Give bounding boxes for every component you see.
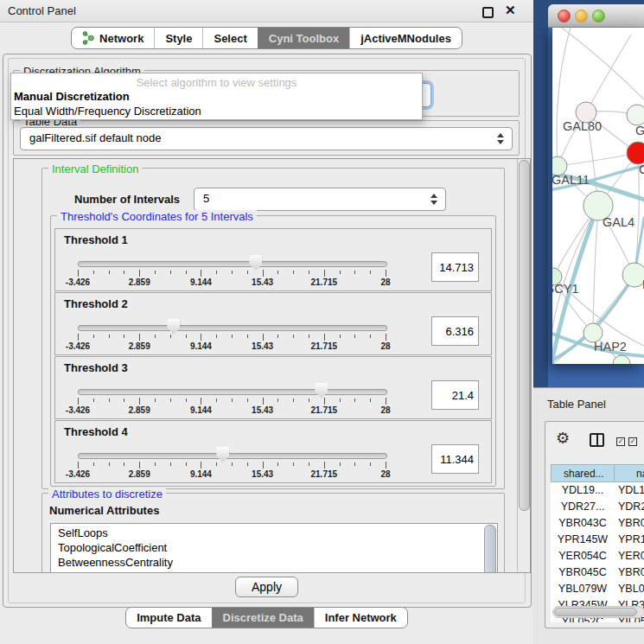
- network-edge[interactable]: [562, 28, 644, 99]
- threshold-slider-track[interactable]: [78, 261, 387, 267]
- tick-label: 15.43: [252, 277, 273, 287]
- bottom-tab-discretize-data[interactable]: Discretize Data: [212, 608, 314, 628]
- interval-definition-title: Interval Definition: [48, 163, 142, 175]
- threshold-label: Threshold 1: [64, 233, 128, 246]
- tick-label: 2.859: [129, 405, 150, 415]
- tick-label: 21.715: [311, 405, 338, 415]
- table-cell-name[interactable]: YER05: [618, 550, 644, 562]
- attributes-group-title: Attributes to discretize: [48, 488, 166, 501]
- threshold-slider-track[interactable]: [78, 389, 387, 395]
- tick-label: -3.426: [66, 469, 90, 479]
- network-edge[interactable]: [586, 35, 631, 112]
- thresholds-group: Threshold's Coordinates for 5 Intervals …: [50, 215, 496, 487]
- tick-label: 15.43: [252, 341, 273, 351]
- tick-label: 28: [380, 341, 390, 351]
- settings-gear-icon[interactable]: ⚙: [556, 429, 570, 447]
- table-cell-shared-name[interactable]: YPR145W: [551, 533, 615, 545]
- combo-arrows-icon: [497, 132, 506, 145]
- tab-style[interactable]: Style: [154, 28, 202, 48]
- table-cell-name[interactable]: YDL19: [618, 484, 644, 496]
- table-panel: Table Panel ⚙ ✓ ✓ shared... na YDL19...Y…: [533, 387, 644, 644]
- split-columns-icon[interactable]: [590, 433, 604, 447]
- table-cell-name[interactable]: YBR04: [618, 566, 644, 578]
- settings-scrollbar-thumb[interactable]: [519, 160, 530, 511]
- control-panel: Control Panel ✕ NetworkStyleSelectCyni T…: [0, 0, 533, 644]
- table-cell-shared-name[interactable]: YDL19...: [551, 484, 615, 496]
- tick-label: 15.43: [252, 469, 273, 479]
- tick-label: 9.144: [190, 469, 212, 479]
- tick-label: 28: [380, 277, 390, 287]
- network-edge[interactable]: [558, 153, 638, 166]
- close-icon[interactable]: ✕: [505, 3, 516, 18]
- float-window-icon[interactable]: [482, 7, 494, 18]
- threshold-slider-thumb[interactable]: [315, 383, 328, 399]
- threshold-slider-track[interactable]: [78, 325, 387, 331]
- tick-label: 28: [380, 469, 390, 479]
- network-node-ga[interactable]: [627, 105, 644, 125]
- tab-label: Network: [99, 32, 143, 45]
- network-node-h[interactable]: [622, 263, 644, 287]
- table-data-selected: galFiltered.sif default node: [29, 131, 161, 144]
- bottom-tab-label: Discretize Data: [223, 611, 303, 624]
- bottom-tab-impute-data[interactable]: Impute Data: [126, 608, 211, 628]
- threshold-value-field[interactable]: 21.4: [431, 380, 479, 410]
- table-cell-name[interactable]: YDR27: [618, 501, 644, 513]
- threshold-slider-thumb[interactable]: [249, 255, 262, 271]
- attributes-group: Attributes to discretize Numerical Attri…: [41, 493, 505, 573]
- table-cell-shared-name[interactable]: YBR045C: [551, 566, 615, 578]
- table-data-combobox[interactable]: galFiltered.sif default node: [20, 127, 513, 150]
- network-node-c[interactable]: [627, 142, 644, 164]
- column-header-shared-name[interactable]: shared...: [551, 464, 615, 482]
- attribute-item-betweennesscentrality[interactable]: BetweennessCentrality: [58, 556, 173, 569]
- threshold-slider-thumb[interactable]: [167, 319, 180, 335]
- window-close-button[interactable]: [558, 10, 571, 22]
- network-node-label: GA: [635, 124, 644, 137]
- threshold-panel-1: Threshold 1-3.4262.8599.14415.4321.71528…: [54, 228, 492, 291]
- tab-network[interactable]: Network: [72, 28, 154, 48]
- tab-cyni-toolbox[interactable]: Cyni Toolbox: [258, 28, 349, 48]
- table-cell-shared-name[interactable]: YER054C: [551, 550, 615, 562]
- attribute-item-selfloops[interactable]: SelfLoops: [58, 526, 108, 539]
- checked-box-icon[interactable]: ✓: [628, 437, 637, 446]
- tab-jactivemnodules[interactable]: jActiveMNodules: [349, 28, 462, 48]
- window-zoom-button[interactable]: [592, 10, 605, 22]
- network-window-titlebar[interactable]: [548, 4, 644, 28]
- table-hscrollbar-thumb[interactable]: [554, 608, 637, 616]
- column-header-name[interactable]: na: [615, 464, 644, 482]
- threshold-value-field[interactable]: 6.316: [431, 316, 479, 346]
- threshold-value-field[interactable]: 14.713: [431, 252, 479, 282]
- settings-scrollbar-track[interactable]: [517, 159, 530, 572]
- table-hscrollbar-track[interactable]: [552, 606, 644, 618]
- threshold-value-field[interactable]: 11.344: [431, 444, 479, 474]
- attribute-item-topologicalcoefficient[interactable]: TopologicalCoefficient: [58, 541, 167, 554]
- network-view-canvas[interactable]: GAL80GACGAL11GAL4GCY1HHAP2: [552, 28, 644, 364]
- dropdown-placeholder: Select algorithm to view settings: [11, 76, 422, 89]
- table-cell-name[interactable]: YPR14: [618, 533, 644, 545]
- table-panel-box: ⚙ ✓ ✓ shared... na YDL19...YDL19YDR27...…: [545, 421, 644, 628]
- dropdown-option-equal-width-frequency-discretization[interactable]: Equal Width/Frequency Discretization: [14, 105, 201, 118]
- number-of-intervals-spinner[interactable]: 5: [194, 188, 446, 211]
- tab-select[interactable]: Select: [202, 28, 257, 48]
- tick-label: 9.144: [190, 405, 212, 415]
- table-cell-shared-name[interactable]: YBL079W: [551, 583, 615, 595]
- tab-label: Select: [214, 32, 246, 45]
- attributes-list-scrollbar[interactable]: [484, 525, 496, 573]
- network-node-label: GCY1: [552, 282, 579, 296]
- bottom-tab-infer-network[interactable]: Infer Network: [314, 608, 407, 628]
- tick-label: 21.715: [311, 469, 338, 479]
- table-cell-shared-name[interactable]: YBR043C: [551, 517, 615, 529]
- table-cell-name[interactable]: YBR04: [618, 517, 644, 529]
- threshold-panel-2: Threshold 2-3.4262.8599.14415.4321.71528…: [54, 292, 492, 355]
- table-cell-name[interactable]: YBL07: [618, 583, 644, 595]
- window-minimize-button[interactable]: [575, 10, 588, 22]
- bottom-tab-group: Impute DataDiscretize DataInfer Network: [125, 607, 408, 628]
- threshold-slider-thumb[interactable]: [216, 447, 229, 462]
- threshold-slider-track[interactable]: [78, 453, 387, 459]
- network-edge[interactable]: [557, 28, 571, 166]
- bottom-tabbar: Impute DataDiscretize DataInfer Network: [0, 607, 533, 628]
- apply-button[interactable]: Apply: [235, 577, 298, 597]
- network-icon: [82, 31, 94, 45]
- dropdown-option-manual-discretization[interactable]: Manual Discretization: [14, 90, 130, 103]
- table-cell-shared-name[interactable]: YDR27...: [551, 501, 615, 513]
- checked-box-icon[interactable]: ✓: [616, 437, 625, 446]
